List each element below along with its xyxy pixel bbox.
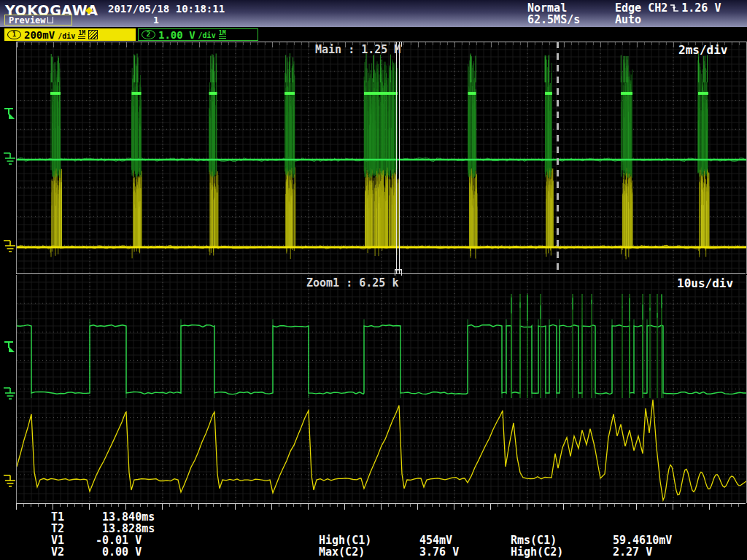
cursor-v2-value: 0.00 V [102, 545, 142, 559]
falling-edge-trigger-icon [670, 3, 679, 13]
channel-2-scale: 1.00 V [158, 29, 196, 41]
cursor-v2-label: V2 [51, 545, 64, 559]
delay-position-line [557, 42, 559, 273]
ch1-ground-marker-zoom [3, 472, 18, 490]
preview-label: Preview [9, 15, 46, 26]
channel-1-badge[interactable]: 1 200mV /div 1M [4, 28, 136, 41]
ch1-ground-marker-main [3, 238, 18, 255]
preview-indicator: Preview [4, 15, 72, 26]
trigger-level-marker-main [3, 106, 16, 121]
main-waveform-canvas [17, 42, 746, 274]
preview-marker-icon [47, 17, 53, 23]
channel-1-scale: 200mV [24, 29, 55, 41]
channel-2-badge[interactable]: 2 1.00 V /div 1M [138, 28, 258, 41]
probe-attenuation-icon [88, 30, 98, 39]
ch2-ground-marker-zoom [3, 385, 18, 402]
channel-2-scale-unit: /div [198, 31, 216, 40]
main-window-label: Main : 1.25 M [315, 43, 400, 56]
oscilloscope-screen: YOKOGAWA ◆ 2017/05/18 10:18:11 1 Preview… [0, 0, 747, 560]
zoom-area-cursor-left[interactable] [396, 42, 397, 273]
ch2-ground-marker-main [3, 150, 18, 168]
top-status-bar: YOKOGAWA ◆ 2017/05/18 10:18:11 1 Preview… [0, 0, 747, 27]
main-waveform-window [16, 42, 747, 274]
zoom-window-label: Zoom1 : 6.25 k [306, 276, 398, 289]
channel-1-scale-unit: /div [58, 32, 75, 41]
zoom-waveform-window [16, 275, 747, 503]
input-impedance-icon: 1M [78, 31, 85, 39]
trigger-level-marker-zoom [3, 340, 16, 354]
trigger-coupling: Auto [615, 13, 641, 26]
stat-max-c2-value: 3.76 V [419, 545, 459, 559]
window-separator [16, 273, 746, 274]
brand-diamond-icon: ◆ [85, 2, 93, 17]
zoom-window-bottom-scale [16, 503, 746, 510]
sample-rate: 62.5MS/s [527, 13, 580, 26]
main-timebase-label: 2ms/div [678, 43, 727, 57]
stat-high-c2-label: High(C2) [511, 545, 563, 559]
channel-2-number: 2 [142, 30, 155, 39]
trigger-level: 1.26 V [681, 1, 721, 15]
acquisition-count: 1 [153, 15, 159, 26]
stat-max-c2-label: Max(C2) [319, 545, 365, 559]
datetime-display: 2017/05/18 10:18:11 [108, 3, 225, 15]
stat-high-c2-value: 2.27 V [613, 545, 652, 559]
channel-1-number: 1 [7, 30, 21, 39]
zoom-waveform-canvas [17, 275, 746, 503]
zoom-area-cursor-right[interactable] [399, 42, 400, 273]
input-impedance-icon: 1M [219, 31, 226, 39]
zoom-timebase-label: 10us/div [677, 276, 733, 290]
zoom1-position-marker [395, 271, 402, 276]
